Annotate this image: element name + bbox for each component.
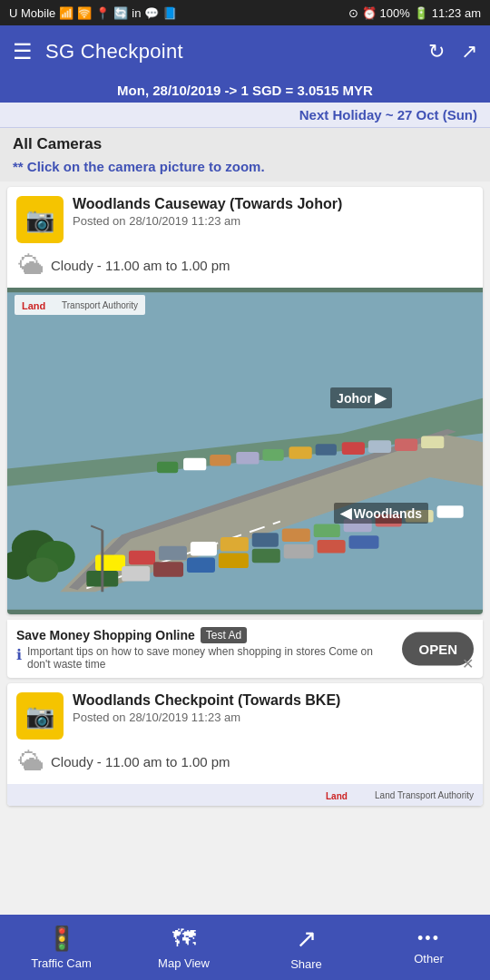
weather-text-1: Cloudy - 11.00 am to 1.00 pm (51, 258, 230, 273)
camera-icon-2: 📷 (25, 702, 54, 730)
app-bar-icons: ↻ ↗ (428, 40, 477, 64)
msg-icon: 💬 (144, 6, 159, 20)
camera-weather-2: 🌥 Cloudy - 11.00 am to 1.00 pm (7, 743, 483, 784)
ad-close-button[interactable]: ✕ (462, 655, 474, 672)
lta-watermark-2: Land Land Transport Authority (7, 784, 483, 806)
svg-rect-19 (159, 546, 187, 561)
other-icon: ••• (417, 929, 440, 948)
nav-item-share[interactable]: ↗ Share (266, 924, 348, 971)
location-icon: 📍 (95, 6, 110, 20)
svg-rect-28 (437, 505, 464, 518)
camera-icon-box-2: 📷 (16, 692, 64, 740)
johor-label: Johor ▶ (330, 387, 392, 408)
traffic-image-1[interactable]: Land Transport Authority Johor ▶ ◀ Woodl… (7, 288, 483, 614)
menu-icon[interactable]: ☰ (13, 39, 33, 64)
map-view-label: Map View (158, 956, 210, 970)
click-hint: ** Click on the camera picture to zoom. (0, 157, 490, 181)
camera-icon-1: 📷 (25, 206, 54, 234)
ad-info-text: Important tips on how to save money when… (27, 645, 383, 671)
camera-card-2-header: 📷 Woodlands Checkpoint (Towards BKE) Pos… (7, 683, 483, 743)
camera-name-1: Woodlands Causeway (Towards Johor) (73, 196, 472, 212)
svg-rect-37 (349, 535, 379, 549)
johor-arrow: ▶ (375, 389, 386, 407)
camera-card-1: 📷 Woodlands Causeway (Towards Johor) Pos… (7, 187, 483, 614)
other-label: Other (414, 952, 444, 965)
refresh-icon[interactable]: ↻ (428, 40, 445, 64)
share-label: Share (290, 957, 322, 971)
carrier-text: U Mobile (9, 6, 55, 20)
woodlands-arrow: ◀ (340, 505, 351, 522)
svg-rect-15 (395, 438, 417, 451)
lta-logo-svg: Land (22, 298, 58, 312)
lta-logo-2-svg: Land (326, 788, 371, 802)
traffic-svg-1 (7, 288, 483, 614)
svg-rect-9 (262, 449, 283, 461)
nav-item-map-view[interactable]: 🗺 Map View (143, 925, 225, 970)
svg-rect-11 (210, 455, 230, 466)
weather-icon-2: 🌥 (18, 747, 44, 777)
svg-text:Land: Land (22, 300, 45, 311)
svg-rect-7 (316, 444, 337, 456)
svg-rect-8 (289, 446, 312, 459)
camera-card-2: 📷 Woodlands Checkpoint (Towards BKE) Pos… (7, 683, 483, 806)
app-bar: ☰ SG Checkpoint ↻ ↗ (0, 25, 490, 78)
ad-banner: Save Money Shopping Online Test Ad ℹ Imp… (7, 620, 483, 678)
time-text: 11:23 am (432, 6, 481, 20)
lta-text-2: Land Transport Authority (375, 790, 474, 800)
svg-rect-20 (191, 542, 217, 556)
alarm-icon: ⏰ (362, 6, 377, 20)
camera-posted-2: Posted on 28/10/2019 11:23 am (73, 710, 472, 724)
svg-rect-31 (153, 562, 183, 576)
svg-rect-12 (183, 458, 206, 471)
svg-rect-13 (157, 462, 178, 474)
svg-text:Land: Land (326, 791, 348, 801)
svg-rect-16 (421, 436, 444, 449)
lta-watermark-1: Land Transport Authority (15, 295, 145, 315)
map-view-icon: 🗺 (172, 925, 196, 953)
camera-posted-1: Posted on 28/10/2019 11:23 am (73, 214, 472, 228)
screen-icon: ⊙ (348, 6, 358, 20)
svg-rect-14 (368, 440, 391, 453)
ad-info-row: ℹ Important tips on how to save money wh… (16, 645, 383, 671)
status-right: ⊙ ⏰ 100% 🔋 11:23 am (348, 6, 481, 20)
nav-item-traffic-cam[interactable]: 🚦 Traffic Cam (21, 925, 103, 970)
sync-icon: 🔄 (113, 6, 128, 20)
svg-rect-10 (236, 452, 259, 465)
traffic-cam-label: Traffic Cam (31, 956, 91, 970)
camera-info-2: Woodlands Checkpoint (Towards BKE) Poste… (73, 692, 472, 724)
camera-info-1: Woodlands Causeway (Towards Johor) Poste… (73, 196, 472, 228)
exchange-banner: Mon, 28/10/2019 -> 1 SGD = 3.0515 MYR (0, 78, 490, 103)
svg-rect-32 (187, 557, 215, 572)
ad-badge: Test Ad (201, 627, 247, 643)
traffic-cam-icon: 🚦 (47, 925, 76, 953)
ad-title: Save Money Shopping Online (16, 628, 195, 642)
linkedin-icon: in (132, 6, 141, 20)
share-icon[interactable]: ↗ (461, 40, 477, 64)
fb-icon: 📘 (162, 6, 177, 20)
camera-weather-1: 🌥 Cloudy - 11.00 am to 1.00 pm (7, 247, 483, 288)
all-cameras-header: All Cameras (0, 128, 490, 157)
svg-rect-21 (220, 537, 249, 552)
svg-rect-36 (318, 540, 346, 554)
signal-icon: 📶 (59, 6, 74, 20)
svg-point-41 (26, 557, 58, 582)
ad-info-icon: ℹ (16, 646, 22, 663)
woodlands-label: ◀ Woodlands (334, 503, 428, 524)
ad-top-row: Save Money Shopping Online Test Ad (16, 627, 383, 643)
svg-rect-34 (252, 549, 280, 564)
svg-rect-23 (282, 528, 310, 542)
svg-rect-35 (284, 544, 314, 559)
svg-rect-6 (342, 442, 365, 455)
svg-rect-22 (252, 533, 279, 547)
nav-item-other[interactable]: ••• Other (388, 929, 470, 965)
weather-icon-1: 🌥 (18, 250, 44, 280)
svg-rect-18 (129, 551, 155, 565)
svg-rect-33 (219, 554, 249, 568)
camera-name-2: Woodlands Checkpoint (Towards BKE) (73, 692, 472, 709)
holiday-banner: Next Holiday ~ 27 Oct (Sun) (0, 103, 490, 128)
app-title: SG Checkpoint (45, 40, 428, 64)
share-nav-icon: ↗ (296, 924, 317, 954)
bottom-nav: 🚦 Traffic Cam 🗺 Map View ↗ Share ••• Oth… (0, 915, 490, 980)
weather-text-2: Cloudy - 11.00 am to 1.00 pm (51, 754, 230, 769)
wifi-icon: 🛜 (77, 6, 92, 20)
